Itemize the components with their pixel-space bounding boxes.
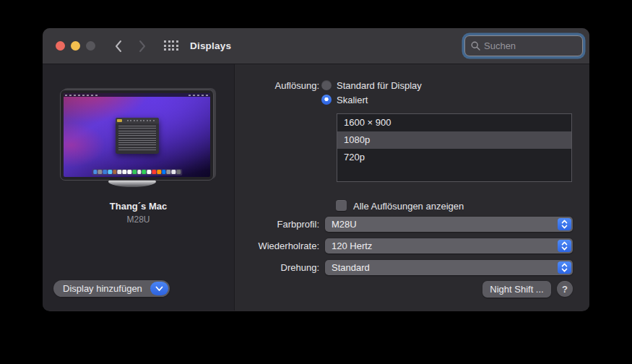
chevron-left-icon <box>114 40 122 53</box>
resolution-option[interactable]: 1600 × 900 <box>337 114 571 131</box>
popup-chevrons-icon <box>558 218 571 230</box>
dock-app-icon <box>103 170 107 174</box>
dock <box>92 169 182 176</box>
refresh-rate-value: 120 Hertz <box>332 240 372 251</box>
forward-button <box>134 38 151 55</box>
rotation-label: Drehung: <box>235 262 319 273</box>
radio-standard-for-display[interactable] <box>321 80 332 90</box>
dock-app-icon <box>142 170 147 174</box>
night-shift-button[interactable]: Night Shift ... <box>482 281 551 298</box>
sidebar: Thang´s Mac M28U Display hinzufügen <box>43 64 235 311</box>
dock-app-icon <box>176 170 181 174</box>
preview-window <box>116 118 159 154</box>
device-name: Thang´s Mac <box>43 201 234 212</box>
dock-app-icon <box>118 170 122 174</box>
search-icon <box>471 41 480 51</box>
dock-app-icon <box>123 170 127 174</box>
radio-scaled[interactable] <box>321 95 332 105</box>
rotation-popup[interactable]: Standard <box>325 260 573 275</box>
search-input[interactable] <box>484 40 576 51</box>
dock-app-icon <box>167 170 171 174</box>
dock-app-icon <box>113 170 117 174</box>
close-button[interactable] <box>56 41 65 51</box>
rotation-value: Standard <box>332 262 370 273</box>
dock-app-icon <box>157 170 161 174</box>
show-all-preferences-grid-icon[interactable] <box>164 40 180 52</box>
chevron-right-icon <box>139 40 147 53</box>
minimize-button[interactable] <box>71 41 80 51</box>
refresh-rate-popup[interactable]: 120 Hertz <box>325 238 573 254</box>
dock-app-icon <box>162 170 166 174</box>
help-button[interactable]: ? <box>557 281 573 297</box>
back-button[interactable] <box>109 38 126 55</box>
color-profile-popup[interactable]: M28U <box>325 217 573 232</box>
dock-app-icon <box>172 170 176 174</box>
resolution-option-selected[interactable]: 1080p <box>337 131 571 149</box>
dock-app-icon <box>93 170 98 174</box>
resolution-label: Auflösung: <box>235 80 319 91</box>
settings-panel: Auflösung: Standard für Display Skaliert… <box>235 64 589 311</box>
display-preview <box>60 90 214 181</box>
dock-app-icon <box>147 170 152 174</box>
show-all-resolutions-checkbox[interactable] <box>336 200 347 211</box>
display-preview-wallpaper <box>64 93 210 177</box>
window-title: Displays <box>190 40 231 51</box>
zoom-button-disabled <box>86 41 95 51</box>
window-controls <box>56 41 95 51</box>
device-model: M28U <box>43 214 234 225</box>
desktop-background: Displays <box>0 0 632 364</box>
add-display-button[interactable]: Display hinzufügen <box>53 280 170 297</box>
radio-standard-label: Standard für Display <box>337 80 422 91</box>
search-field[interactable] <box>464 35 583 56</box>
dock-app-icon <box>127 170 131 174</box>
refresh-rate-label: Wiederholrate: <box>235 240 319 251</box>
dock-app-icon <box>108 170 112 174</box>
dock-app-icon <box>98 170 103 174</box>
popup-chevrons-icon <box>558 240 571 252</box>
displays-preferences-window: Displays <box>43 28 589 311</box>
add-display-label: Display hinzufügen <box>63 283 142 294</box>
show-all-resolutions-label: Alle Auflösungen anzeigen <box>353 201 464 212</box>
dock-app-icon <box>137 170 142 174</box>
titlebar[interactable]: Displays <box>43 28 589 64</box>
preview-menubar <box>64 93 210 97</box>
dock-app-icon <box>152 170 156 174</box>
color-profile-value: M28U <box>332 219 357 230</box>
resolution-list[interactable]: 1600 × 900 1080p 720p <box>337 113 572 182</box>
popup-chevrons-icon <box>558 261 571 274</box>
radio-scaled-label: Skaliert <box>337 95 368 105</box>
resolution-option[interactable]: 720p <box>337 149 571 166</box>
chevron-down-icon <box>150 282 168 295</box>
dock-app-icon <box>132 170 137 174</box>
color-profile-label: Farbprofil: <box>235 219 319 230</box>
